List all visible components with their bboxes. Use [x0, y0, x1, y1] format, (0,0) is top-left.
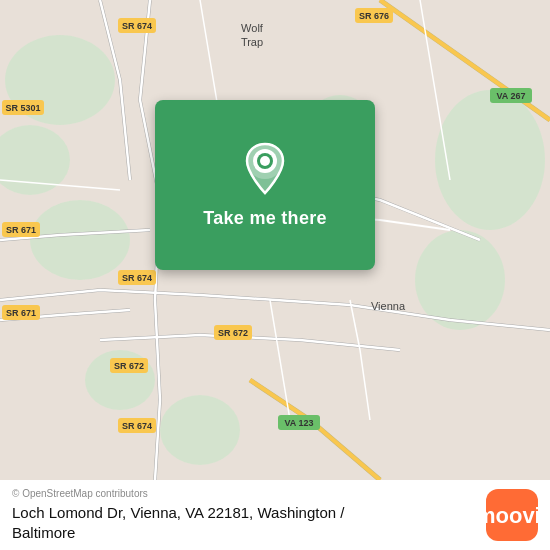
svg-point-3	[30, 200, 130, 280]
moovit-logo-svg: moovit	[486, 489, 538, 541]
svg-text:Wolf: Wolf	[241, 22, 264, 34]
svg-text:SR 674: SR 674	[122, 273, 152, 283]
svg-point-5	[415, 230, 505, 330]
svg-text:SR 671: SR 671	[6, 308, 36, 318]
take-me-there-button[interactable]: Take me there	[203, 208, 327, 229]
svg-text:VA 123: VA 123	[284, 418, 313, 428]
svg-text:Trap: Trap	[241, 36, 263, 48]
map-container: SR 674 SR 676 SR 5301 VA 267 SR 671 SR 6…	[0, 0, 550, 480]
location-card: Take me there	[155, 100, 375, 270]
location-pin-icon	[240, 139, 290, 199]
moovit-logo: moovit	[486, 489, 538, 541]
copyright-text: © OpenStreetMap contributors	[12, 488, 486, 499]
pin-icon-container	[238, 142, 292, 196]
svg-point-7	[160, 395, 240, 465]
address-block: © OpenStreetMap contributors Loch Lomond…	[12, 488, 486, 542]
svg-point-4	[435, 90, 545, 230]
svg-text:SR 672: SR 672	[218, 328, 248, 338]
svg-text:SR 672: SR 672	[114, 361, 144, 371]
svg-point-41	[260, 156, 270, 166]
svg-text:Vienna: Vienna	[371, 300, 406, 312]
svg-text:SR 5301: SR 5301	[5, 103, 40, 113]
svg-text:VA 267: VA 267	[496, 91, 525, 101]
svg-text:SR 676: SR 676	[359, 11, 389, 21]
svg-text:moovit: moovit	[486, 503, 538, 528]
svg-text:SR 671: SR 671	[6, 225, 36, 235]
bottom-bar: © OpenStreetMap contributors Loch Lomond…	[0, 480, 550, 550]
svg-text:SR 674: SR 674	[122, 21, 152, 31]
svg-text:SR 674: SR 674	[122, 421, 152, 431]
address-text: Loch Lomond Dr, Vienna, VA 22181, Washin…	[12, 503, 486, 542]
